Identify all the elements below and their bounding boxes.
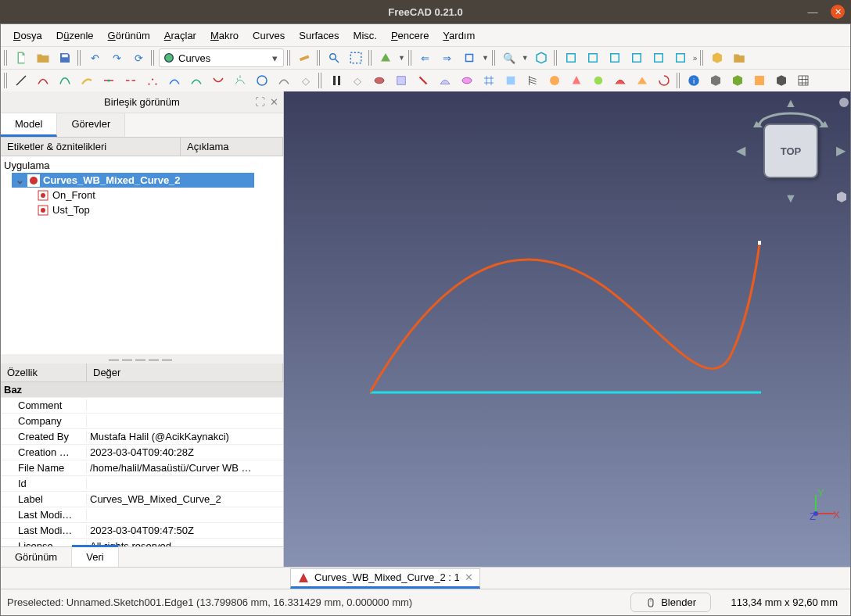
blend-solid-icon[interactable]	[611, 71, 630, 90]
menu-pencere[interactable]: Pencere	[385, 27, 435, 45]
fit-selection-icon[interactable]	[347, 48, 365, 67]
nav-back-icon[interactable]: ⇐	[416, 48, 435, 67]
3d-viewport[interactable]: ▲ ▼ ◀ ▶ TOP Y X Z	[284, 91, 850, 567]
property-body[interactable]: Baz Comment Company Created ByMustafa Ha…	[1, 382, 283, 546]
property-row[interactable]: LicenseAll rights reserved	[1, 539, 283, 546]
mdi-tab[interactable]: Curves_WB_Mixed_Curve_2 : 1 ✕	[290, 568, 480, 589]
reflect-lines-icon[interactable]	[545, 71, 564, 90]
tree-item[interactable]: On_Front	[1, 188, 283, 202]
paramcomb-icon[interactable]	[750, 71, 769, 90]
chevron-down-icon[interactable]: ⌄	[15, 174, 24, 186]
trim-face-icon[interactable]: ◇	[296, 71, 315, 90]
right-view-icon[interactable]	[605, 48, 624, 67]
menu-makro[interactable]: Makro	[204, 27, 245, 45]
sweep-icon[interactable]	[414, 71, 433, 90]
menu-misc[interactable]: Misc.	[347, 27, 383, 45]
split-curve-icon[interactable]	[121, 71, 140, 90]
edit-curve-icon[interactable]	[34, 71, 52, 90]
open-file-icon[interactable]	[34, 48, 52, 67]
property-row[interactable]: Company	[1, 414, 283, 429]
join-curve-icon[interactable]	[99, 71, 118, 90]
measure-icon[interactable]	[295, 48, 314, 67]
multi-loft-icon[interactable]	[567, 71, 586, 90]
property-row[interactable]: File Name/home/halil/Masaüstü/Curver WB …	[1, 460, 283, 476]
gordon-surface-icon[interactable]	[479, 71, 498, 90]
chevron-down-icon[interactable]: ▼	[482, 54, 489, 62]
left-view-icon[interactable]	[671, 48, 690, 67]
menu-dosya[interactable]: Dosya	[7, 27, 48, 45]
nav-mini-cube-icon[interactable]	[835, 190, 849, 204]
vertex-marker[interactable]	[758, 241, 761, 245]
part-icon[interactable]	[708, 48, 727, 67]
menu-yardim[interactable]: Yardım	[436, 27, 481, 45]
nav-config-icon[interactable]	[839, 98, 849, 107]
link-icon[interactable]	[460, 48, 479, 67]
close-tab-icon[interactable]: ✕	[465, 571, 473, 583]
line-tool-icon[interactable]	[12, 71, 31, 90]
toolbar-grip[interactable]	[318, 73, 323, 88]
property-row[interactable]: Comment	[1, 398, 283, 414]
segment-surface-icon[interactable]	[501, 71, 520, 90]
toolbar-grip[interactable]	[554, 50, 558, 66]
tree-root[interactable]: Uygulama	[1, 158, 283, 173]
solid-icon[interactable]	[706, 71, 725, 90]
tab-tasks[interactable]: Görevler	[57, 113, 125, 137]
property-row[interactable]: Last Modi…	[1, 507, 283, 523]
group-icon[interactable]	[730, 48, 749, 67]
flatten-face-icon[interactable]	[633, 71, 652, 90]
toolbar-grip[interactable]	[317, 50, 321, 66]
toolbar-grip[interactable]	[4, 50, 9, 66]
nav-fwd-icon[interactable]: ⇒	[438, 48, 457, 67]
tab-model[interactable]: Model	[1, 113, 57, 137]
toolbar-grip[interactable]	[700, 50, 705, 66]
tree-item[interactable]: Ust_Top	[1, 202, 283, 217]
menu-duzenle[interactable]: Düzenle	[50, 27, 100, 45]
chevron-down-icon[interactable]: ▼	[522, 54, 529, 62]
extract-subshape-icon[interactable]	[728, 71, 747, 90]
new-file-icon[interactable]	[12, 48, 31, 67]
sketch-geometry[interactable]	[370, 240, 761, 396]
nav-cube-face[interactable]: TOP	[763, 124, 818, 178]
info-icon[interactable]: i	[684, 71, 703, 90]
toolbar-grip[interactable]	[4, 73, 9, 88]
approximate-icon[interactable]	[165, 71, 184, 90]
navigation-cube[interactable]: ▲ ▼ ◀ ▶ TOP	[736, 96, 846, 206]
solid2-icon[interactable]	[772, 71, 791, 90]
compression-spring-icon[interactable]	[523, 71, 542, 90]
pipeshell-icon[interactable]	[458, 71, 476, 90]
toolbar-grip[interactable]	[287, 50, 292, 66]
profile-support-icon[interactable]	[436, 71, 454, 90]
top-view-icon[interactable]	[583, 48, 602, 67]
nav-left-icon[interactable]: ◀	[736, 143, 745, 158]
iso-view-icon[interactable]	[532, 48, 551, 67]
minimize-button[interactable]: —	[806, 5, 820, 19]
chevron-right-icon[interactable]: »	[693, 54, 698, 63]
refresh-icon[interactable]: ⟳	[129, 48, 148, 67]
menu-gorunum[interactable]: Görünüm	[102, 27, 156, 45]
toolbar-grip[interactable]	[151, 50, 156, 66]
splitter-handle[interactable]: —————	[1, 354, 283, 364]
property-row[interactable]: Last Modi…2023-03-04T09:47:50Z	[1, 523, 283, 539]
nav-right-icon[interactable]: ▶	[836, 143, 846, 158]
navigation-style-button[interactable]: Blender	[630, 593, 711, 612]
toolbar-grip[interactable]	[408, 50, 413, 66]
zoom-icon[interactable]: 🔍	[500, 48, 519, 67]
tree-header-desc[interactable]: Açıklama	[181, 138, 283, 156]
rear-view-icon[interactable]	[627, 48, 646, 67]
menu-surfaces[interactable]: Surfaces	[293, 27, 345, 45]
blend-curve-icon[interactable]	[209, 71, 228, 90]
blend-surface-icon[interactable]	[589, 71, 608, 90]
menu-curves[interactable]: Curves	[246, 27, 291, 45]
property-row[interactable]: Creation …2023-03-04T09:40:28Z	[1, 445, 283, 460]
draw-style-icon[interactable]	[376, 48, 395, 67]
workbench-selector[interactable]: Curves ▾	[159, 48, 284, 67]
sketch-on-surface-icon[interactable]	[392, 71, 411, 90]
iso-curve-icon[interactable]	[370, 71, 389, 90]
rotate-sweep-icon[interactable]	[655, 71, 673, 90]
toolbar-grip[interactable]	[77, 50, 82, 66]
property-group[interactable]: Baz	[1, 382, 283, 398]
close-button[interactable]: ✕	[831, 5, 845, 19]
redo-icon[interactable]: ↷	[107, 48, 126, 67]
property-header-val[interactable]: Değer	[87, 364, 283, 381]
toolbar-grip[interactable]	[492, 50, 497, 66]
